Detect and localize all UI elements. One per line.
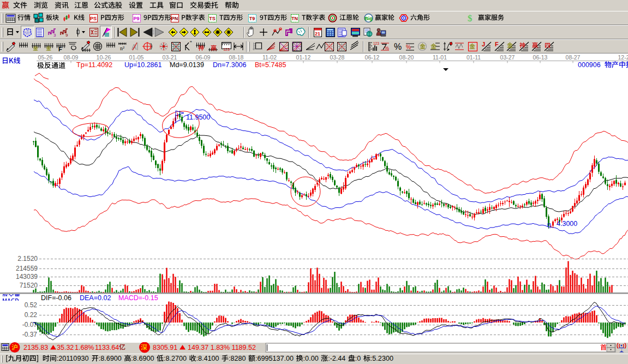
svg-text:149.37 1.83% 1189.52: 149.37 1.83% 1189.52 [188,344,256,351]
svg-text:": " [190,40,192,46]
svg-text::8.6900: :8.6900 [131,355,154,362]
svg-text:123: 123 [373,41,379,45]
svg-text:08-09: 08-09 [64,54,79,61]
svg-text:08-18: 08-18 [229,54,244,61]
svg-text:%: % [406,44,411,50]
svg-text:2.1520: 2.1520 [17,255,38,262]
svg-text::8.6900: :8.6900 [99,355,122,362]
svg-text:03-21: 03-21 [163,54,177,61]
svg-text:MACD=-0.15: MACD=-0.15 [118,294,158,302]
svg-text:000906: 000906 [578,61,601,69]
svg-text:11-02: 11-02 [262,54,277,61]
svg-text:01-11: 01-11 [466,54,481,61]
svg-text:123: 123 [223,47,230,51]
svg-text:$: $ [468,13,473,23]
svg-text:%: % [385,45,389,51]
svg-text:4.3000: 4.3000 [557,220,577,228]
svg-text:2135.83: 2135.83 [23,344,48,351]
svg-text:n²: n² [120,45,124,51]
svg-text:%: % [394,42,402,51]
svg-text:T9: T9 [249,16,255,21]
svg-text::5.2300: :5.2300 [370,355,393,362]
svg-text:03-28: 03-28 [330,54,345,61]
svg-text:08-27: 08-27 [566,54,581,61]
svg-text::8.4100: :8.4100 [196,355,219,362]
svg-text:143039: 143039 [16,273,38,281]
svg-text:Bt=5.7485: Bt=5.7485 [255,61,286,69]
svg-text:DIF=-0.06: DIF=-0.06 [41,294,71,302]
svg-text:71520: 71520 [20,282,38,289]
svg-text:0.52: 0.52 [25,301,38,309]
svg-text:06-13: 06-13 [533,54,548,61]
svg-text:F: F [58,46,62,52]
svg-text:10-26: 10-26 [97,54,111,61]
svg-text:PN: PN [171,16,178,21]
svg-text:06-09: 06-09 [196,54,211,61]
svg-text:-0.37: -0.37 [22,331,38,338]
svg-text:08-20: 08-20 [399,54,414,61]
svg-text:1133.64: 1133.64 [95,344,119,351]
svg-text:05-26: 05-26 [38,54,53,61]
svg-text:03-27: 03-27 [500,54,515,61]
svg-text:F: F [495,41,499,47]
svg-text::0.00: :0.00 [303,355,319,362]
svg-text:06-12: 06-12 [365,54,380,61]
svg-text:1.68%: 1.68% [75,344,94,351]
svg-text::8280: :8280 [229,355,246,362]
svg-text:0.22: 0.22 [25,311,38,319]
svg-text::-2.44: :-2.44 [328,355,345,362]
svg-text:21: 21 [315,31,320,37]
svg-text::6995137.00: :6995137.00 [255,355,294,362]
svg-text:P9: P9 [133,16,139,21]
svg-text:11.9500: 11.9500 [186,114,210,121]
svg-text::20110930: :20110930 [57,355,89,362]
svg-text:11-01: 11-01 [433,54,447,61]
svg-text:214559: 214559 [16,265,38,272]
svg-text:DEA=0.02: DEA=0.02 [80,294,111,302]
svg-text:-0.07: -0.07 [22,321,38,329]
svg-text:J: J [482,41,485,47]
svg-text:01-12: 01-12 [296,54,311,61]
svg-text:8305.91: 8305.91 [153,344,177,351]
svg-text:Big: Big [364,16,373,21]
svg-text:Tp=11.4092: Tp=11.4092 [76,61,112,69]
svg-text::0: :0 [355,355,361,362]
svg-text:Dn=7.3006: Dn=7.3006 [213,61,247,69]
svg-text:Up=10.2861: Up=10.2861 [124,61,162,69]
svg-text:TS: TS [209,16,216,21]
svg-text:35.32: 35.32 [57,344,74,351]
svg-text::8.2700: :8.2700 [164,355,187,362]
svg-text:9: 9 [65,33,68,38]
svg-text:Md=9.0139: Md=9.0139 [170,61,204,69]
svg-text:3: 3 [53,33,56,38]
svg-text:12-2: 12-2 [618,54,628,61]
svg-text:PS: PS [90,16,97,21]
svg-text:TN: TN [291,16,298,21]
svg-text:01-05: 01-05 [129,54,144,61]
